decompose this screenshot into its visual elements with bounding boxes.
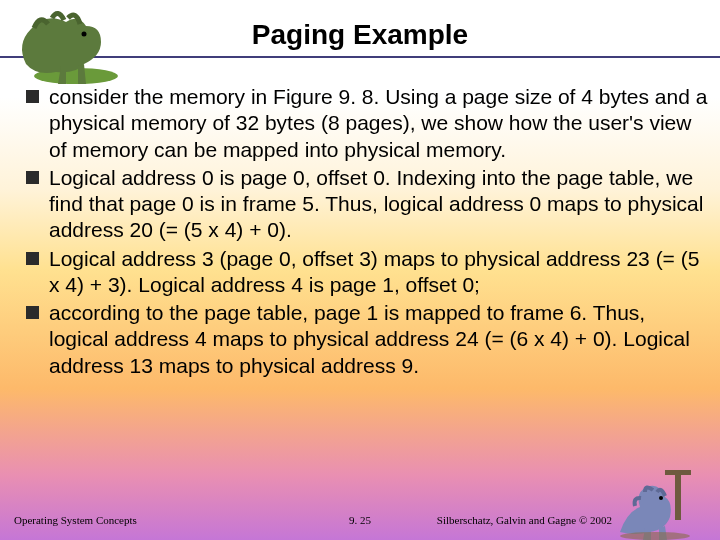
dinosaur-right-icon: [615, 462, 720, 540]
bullet-text: consider the memory in Figure 9. 8. Usin…: [49, 84, 708, 163]
bullet-square-icon: [26, 90, 39, 103]
svg-rect-3: [665, 470, 691, 475]
bullet-item: consider the memory in Figure 9. 8. Usin…: [26, 84, 708, 163]
bullet-square-icon: [26, 306, 39, 319]
bullet-square-icon: [26, 252, 39, 265]
bullet-item: according to the page table, page 1 is m…: [26, 300, 708, 379]
slide-title: Paging Example: [252, 19, 468, 51]
svg-rect-2: [675, 470, 681, 520]
bullet-square-icon: [26, 171, 39, 184]
bullet-item: Logical address 3 (page 0, offset 3) map…: [26, 246, 708, 299]
svg-point-1: [82, 32, 87, 37]
footer-page-number: 9. 25: [0, 514, 720, 526]
svg-point-4: [659, 496, 663, 500]
bullet-item: Logical address 0 is page 0, offset 0. I…: [26, 165, 708, 244]
svg-point-5: [620, 532, 690, 540]
bullet-text: Logical address 3 (page 0, offset 3) map…: [49, 246, 708, 299]
bullet-text: Logical address 0 is page 0, offset 0. I…: [49, 165, 708, 244]
content-area: consider the memory in Figure 9. 8. Usin…: [26, 84, 708, 381]
dinosaur-left-icon: [6, 4, 126, 89]
footer-right: Silberschatz, Galvin and Gagne © 2002: [437, 514, 612, 526]
bullet-text: according to the page table, page 1 is m…: [49, 300, 708, 379]
slide: Paging Example consider the memory in Fi…: [0, 0, 720, 540]
